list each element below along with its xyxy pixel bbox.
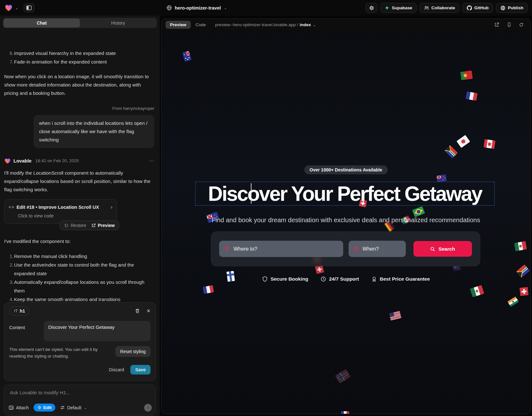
feature-secure: Secure Booking	[262, 276, 308, 282]
flag-brazil	[412, 206, 425, 217]
code-icon: < >	[9, 203, 14, 211]
search-icon	[430, 246, 435, 252]
where-input[interactable]	[233, 246, 338, 252]
flag-south-africa	[516, 264, 530, 278]
award-icon	[371, 276, 377, 282]
feature-support: 24/7 Support	[320, 276, 359, 282]
assistant-list-top: 6. Improved visual hierarchy in the expa…	[4, 49, 154, 66]
content-input[interactable]: Discover Your Perfect Getaway	[44, 321, 150, 341]
lovable-logo[interactable]	[4, 4, 13, 12]
selection-overlay: Discover Your Perfect Getaway	[195, 182, 495, 206]
topbar: ⌄ hero-optimizer-travel ⌄	[0, 0, 532, 16]
chevron-down-icon: ⌄	[224, 6, 227, 10]
sidebar-toggle-button[interactable]	[24, 3, 35, 12]
when-field[interactable]	[349, 241, 406, 257]
search-bar: Search	[211, 231, 480, 266]
supabase-icon	[385, 5, 389, 10]
site-headline[interactable]: Discover Your Perfect Getaway	[208, 182, 482, 206]
flag-france	[466, 91, 478, 101]
chat-history-tabs: Chat History	[3, 18, 157, 28]
list-item: 6. Improved visual hierarchy in the expa…	[4, 49, 154, 57]
preview-url[interactable]: preview--hero-optimizer-travel.lovable.a…	[215, 22, 316, 27]
chevron-down-icon[interactable]: ⌄	[15, 6, 19, 10]
assistant-header: Lovable 18:42 on Feb 20, 2025 ⋯	[4, 157, 154, 165]
chat-sidebar: Chat History 6. Improved visual hierarch…	[0, 16, 160, 416]
edit-card-title: Edit #18 • Improve Location Scroll UX	[17, 203, 99, 211]
site-subtitle: Find and book your dream destination wit…	[161, 216, 530, 224]
github-icon	[467, 5, 472, 11]
preview-button[interactable]: Preview	[91, 221, 115, 230]
assistant-name: Lovable	[13, 157, 32, 165]
assistant-paragraph: Now when you click on a location image, …	[4, 72, 154, 97]
preview-panel: Preview Code preview--hero-optimizer-tra…	[161, 19, 531, 414]
location-pin-icon	[224, 246, 230, 252]
url-base: preview--hero-optimizer-travel.lovable.a…	[215, 22, 298, 27]
mobile-view-icon[interactable]	[507, 22, 512, 27]
flag-norway	[335, 369, 351, 383]
preview-toolbar: Preview Code preview--hero-optimizer-tra…	[161, 19, 530, 30]
element-tag: h1	[20, 308, 25, 314]
list-item: 1. Remove the manual click handling	[4, 252, 154, 261]
feature-guarantee: Best Price Guarantee	[371, 276, 430, 282]
globe-icon	[166, 5, 172, 11]
lovable-avatar	[4, 158, 11, 164]
close-icon[interactable]: ✕	[146, 308, 150, 314]
flag-japan	[457, 135, 470, 148]
refresh-icon[interactable]	[519, 22, 524, 27]
external-link-icon	[91, 223, 96, 228]
assistant-paragraph: I've modified the component to:	[4, 237, 154, 246]
composer-input[interactable]	[9, 390, 132, 396]
send-button[interactable]: ↑	[144, 404, 152, 412]
project-selector[interactable]: hero-optimizer-travel ⌄	[166, 0, 227, 16]
composer-panel: Attach Edit Default ⌄	[4, 385, 156, 415]
flag-mexico	[470, 285, 484, 297]
url-page: index	[300, 22, 311, 27]
settings-button[interactable]	[366, 3, 377, 13]
flag-south-africa	[444, 145, 458, 158]
edit-mode-button[interactable]: Edit	[34, 404, 56, 412]
where-field[interactable]	[219, 241, 343, 257]
restore-preview-pill: Restore Preview	[60, 221, 119, 230]
chevron-down-icon: ⌄	[84, 405, 87, 410]
edit-card[interactable]: < > Edit #18 • Improve Location Scroll U…	[4, 199, 117, 224]
content-label: Content	[9, 321, 44, 341]
edit-card-wrap: < > Edit #18 • Improve Location Scroll U…	[4, 199, 117, 230]
when-input[interactable]	[362, 246, 401, 252]
destinations-badge: Over 1000+ Destinations Available	[304, 165, 388, 174]
mode-selector[interactable]: Default ⌄	[60, 405, 87, 410]
attach-button[interactable]: Attach	[9, 405, 29, 410]
publish-button[interactable]: Publish	[496, 3, 528, 13]
trash-icon[interactable]	[135, 308, 140, 314]
list-item: 3. Automatically expand/collapse locatio…	[4, 278, 154, 295]
reset-styling-button[interactable]: Reset styling	[115, 346, 150, 357]
shield-icon	[262, 276, 268, 282]
tab-chat[interactable]: Chat	[4, 19, 80, 27]
list-item: 4. Keep the same smooth animations and t…	[4, 295, 154, 302]
flag-new-zealand	[436, 174, 447, 182]
element-tag-pill[interactable]: тT h1	[9, 306, 29, 315]
supabase-button[interactable]: Supabase	[380, 3, 417, 13]
flag-australia	[182, 51, 191, 62]
clock-icon	[320, 276, 326, 282]
tab-preview[interactable]: Preview	[166, 21, 191, 29]
flag-france	[341, 411, 350, 414]
open-external-icon[interactable]	[494, 22, 499, 27]
flag-mexico	[514, 241, 527, 251]
flag-india	[507, 297, 519, 307]
tab-history[interactable]: History	[80, 19, 156, 27]
project-name: hero-optimizer-travel	[175, 5, 221, 11]
save-button[interactable]: Save	[130, 365, 150, 374]
flag-usa	[389, 311, 402, 321]
tab-code[interactable]: Code	[196, 22, 206, 27]
flag-switzerland	[520, 287, 529, 296]
message-menu-icon[interactable]: ⋯	[149, 157, 154, 165]
github-button[interactable]: GitHub	[462, 3, 493, 13]
calendar-icon	[353, 246, 359, 252]
restore-button[interactable]: Restore	[64, 221, 86, 230]
discard-button[interactable]: Discard	[109, 367, 124, 372]
text-tool-icon: тT	[14, 309, 18, 313]
flag-france	[203, 285, 214, 294]
chat-thread: 6. Improved visual hierarchy in the expa…	[0, 44, 160, 302]
search-button[interactable]: Search	[413, 241, 472, 257]
collaborate-button[interactable]: Collaborate	[420, 3, 459, 13]
